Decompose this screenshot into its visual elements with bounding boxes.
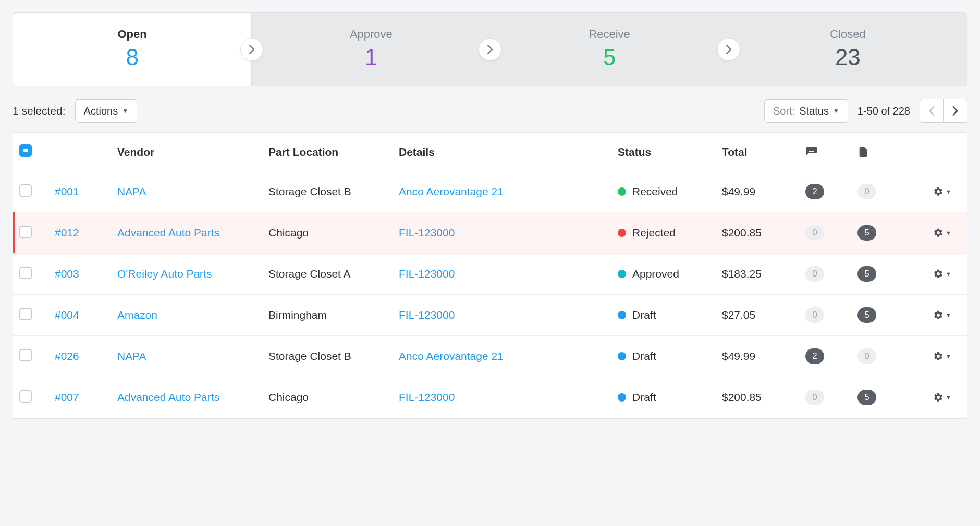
gear-icon — [933, 186, 944, 197]
row-checkbox[interactable] — [19, 308, 32, 320]
details-link[interactable]: FIL-123000 — [399, 391, 455, 403]
chevron-right-icon — [717, 38, 740, 61]
order-id-link[interactable]: #003 — [55, 268, 79, 280]
table-row: #012Advanced Auto PartsChicagoFIL-123000… — [13, 212, 967, 254]
gear-icon — [933, 269, 944, 279]
vendor-link[interactable]: NAPA — [117, 185, 146, 197]
order-id-link[interactable]: #026 — [55, 350, 79, 362]
order-id-link[interactable]: #007 — [55, 391, 79, 403]
docs-count[interactable]: 0 — [858, 184, 876, 199]
caret-down-icon: ▼ — [946, 271, 951, 277]
total-value: $200.85 — [722, 391, 762, 403]
docs-count[interactable]: 0 — [858, 348, 876, 364]
total-value: $49.99 — [722, 185, 755, 197]
tab-receive[interactable]: Receive5 — [491, 13, 729, 86]
tab-closed[interactable]: Closed23 — [729, 13, 967, 86]
details-link[interactable]: FIL-123000 — [399, 227, 455, 239]
comments-count[interactable]: 2 — [805, 348, 824, 364]
status-tabs: Open8Approve1Receive5Closed23 — [13, 12, 967, 86]
tab-open[interactable]: Open8 — [13, 13, 252, 86]
vendor-link[interactable]: Advanced Auto Parts — [117, 227, 219, 239]
caret-down-icon: ▼ — [946, 230, 951, 236]
details-link[interactable]: Anco Aerovantage 21 — [399, 185, 504, 197]
actions-dropdown[interactable]: Actions ▼ — [75, 99, 137, 123]
row-checkbox[interactable] — [19, 390, 32, 403]
status-cell: Approved — [618, 268, 722, 280]
row-actions-menu[interactable]: ▼ — [910, 392, 957, 403]
comments-count[interactable]: 0 — [805, 225, 824, 241]
select-all-checkbox[interactable] — [19, 144, 32, 157]
total-value: $183.25 — [722, 268, 762, 280]
caret-down-icon: ▼ — [833, 107, 839, 115]
selected-count-text: 1 selected: — [13, 105, 66, 117]
row-checkbox[interactable] — [19, 267, 32, 279]
row-actions-menu[interactable]: ▼ — [910, 228, 957, 238]
orders-table: Vendor Part Location Details Status Tota… — [13, 132, 967, 419]
tab-label: Receive — [491, 28, 729, 41]
details-link[interactable]: Anco Aerovantage 21 — [399, 350, 504, 362]
docs-count[interactable]: 5 — [858, 266, 876, 282]
caret-down-icon: ▼ — [946, 312, 951, 318]
status-text: Received — [632, 185, 678, 198]
sort-dropdown[interactable]: Sort: Status ▼ — [764, 99, 848, 123]
row-checkbox[interactable] — [19, 184, 32, 197]
status-text: Draft — [632, 391, 656, 404]
document-icon — [858, 146, 910, 158]
vendor-link[interactable]: Amazon — [117, 309, 157, 321]
order-id-link[interactable]: #012 — [55, 227, 79, 239]
status-dot-icon — [618, 270, 626, 278]
vendor-link[interactable]: O'Reiley Auto Parts — [117, 268, 212, 280]
status-dot-icon — [618, 311, 626, 319]
status-cell: Received — [618, 185, 722, 198]
chevron-right-icon — [479, 38, 501, 61]
prev-page-button[interactable] — [920, 99, 944, 123]
comments-count[interactable]: 0 — [805, 266, 824, 282]
row-checkbox[interactable] — [19, 349, 32, 361]
docs-count[interactable]: 5 — [858, 225, 876, 241]
col-total: Total — [722, 146, 805, 158]
status-text: Rejected — [632, 227, 676, 239]
row-actions-menu[interactable]: ▼ — [910, 351, 957, 361]
order-id-link[interactable]: #001 — [55, 185, 79, 197]
caret-down-icon: ▼ — [946, 353, 951, 359]
caret-down-icon: ▼ — [946, 394, 951, 400]
status-dot-icon — [618, 393, 626, 402]
table-row: #026NAPAStorage Closet BAnco Aerovantage… — [13, 336, 967, 377]
order-id-link[interactable]: #004 — [55, 309, 79, 321]
tab-label: Approve — [252, 28, 490, 41]
total-value: $49.99 — [722, 350, 755, 362]
row-actions-menu[interactable]: ▼ — [910, 186, 957, 197]
docs-count[interactable]: 5 — [858, 307, 876, 323]
col-vendor: Vendor — [117, 146, 268, 158]
pager — [920, 99, 967, 123]
table-row: #001NAPAStorage Closet BAnco Aerovantage… — [13, 171, 967, 212]
part-location: Storage Closet B — [268, 350, 351, 362]
gear-icon — [933, 228, 944, 238]
details-link[interactable]: FIL-123000 — [399, 309, 455, 321]
status-text: Approved — [632, 268, 679, 280]
row-checkbox[interactable] — [19, 226, 32, 238]
tab-approve[interactable]: Approve1 — [252, 13, 490, 86]
part-location: Storage Closet A — [268, 268, 351, 280]
table-row: #003O'Reiley Auto PartsStorage Closet AF… — [13, 254, 967, 295]
gear-icon — [933, 392, 944, 403]
row-actions-menu[interactable]: ▼ — [910, 310, 957, 320]
actions-label: Actions — [84, 105, 118, 117]
comments-count[interactable]: 0 — [805, 390, 824, 405]
status-cell: Draft — [618, 350, 722, 362]
details-link[interactable]: FIL-123000 — [399, 268, 455, 280]
vendor-link[interactable]: NAPA — [117, 350, 146, 362]
comments-count[interactable]: 0 — [805, 307, 824, 323]
comments-count[interactable]: 2 — [805, 184, 824, 199]
row-actions-menu[interactable]: ▼ — [910, 269, 957, 279]
table-row: #004AmazonBirminghamFIL-123000Draft$27.0… — [13, 295, 967, 336]
next-page-button[interactable] — [944, 99, 967, 123]
status-dot-icon — [618, 229, 626, 237]
docs-count[interactable]: 5 — [858, 390, 876, 405]
vendor-link[interactable]: Advanced Auto Parts — [117, 391, 219, 403]
status-cell: Draft — [618, 391, 722, 404]
part-location: Chicago — [268, 227, 309, 239]
tab-count: 5 — [491, 44, 729, 70]
sort-value: Status — [799, 105, 829, 117]
table-header: Vendor Part Location Details Status Tota… — [13, 133, 967, 171]
